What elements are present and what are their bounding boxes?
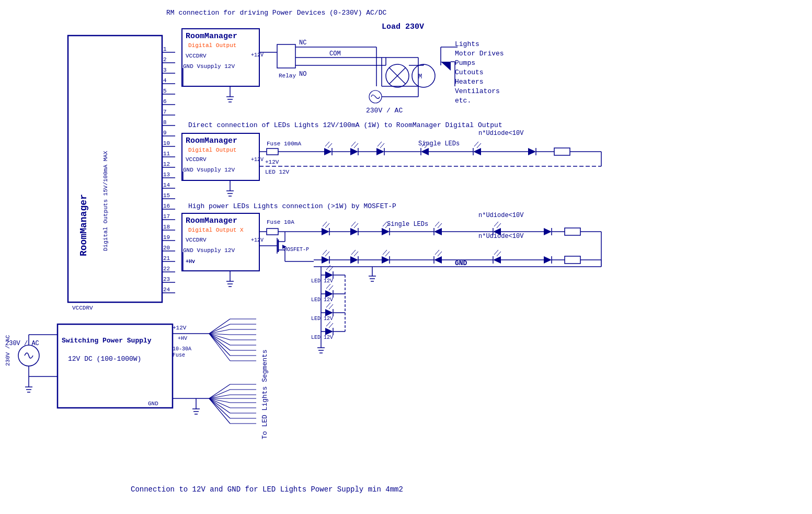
cutouts-label: Cutouts <box>455 68 484 76</box>
led12v-3: LED 12V <box>311 316 333 322</box>
svg-text:16: 16 <box>163 203 170 209</box>
high-power-led-title: High power LEDs Lights connection (>1W) … <box>188 202 396 210</box>
gnd-hp-label: GND <box>455 259 467 267</box>
lights-label: Lights <box>455 40 479 48</box>
svg-text:VCCDRV: VCCDRV <box>186 237 207 243</box>
svg-text:Load 230V: Load 230V <box>382 22 424 31</box>
svg-text:5: 5 <box>163 88 167 94</box>
svg-text:LED 12V: LED 12V <box>265 169 290 175</box>
svg-text:17: 17 <box>163 213 170 220</box>
svg-text:18: 18 <box>163 224 170 230</box>
switching-ps-label: Switching Power Supply <box>62 337 152 345</box>
svg-text:2: 2 <box>163 56 167 63</box>
svg-text:230V / AC: 230V / AC <box>366 107 403 115</box>
svg-text:9: 9 <box>163 130 167 136</box>
svg-rect-238 <box>565 256 580 264</box>
svg-text:Relay: Relay <box>279 73 296 79</box>
svg-text:21: 21 <box>163 255 170 261</box>
mosfet-p-label: MOSFET-P <box>284 247 309 253</box>
pumps-label: Pumps <box>455 59 475 67</box>
svg-text:RoomManager: RoomManager <box>186 216 237 225</box>
to-led-segments-label: To LED Lights Segments <box>261 349 269 439</box>
svg-rect-157 <box>267 229 278 235</box>
single-leds-mid: Single LEDs <box>418 140 460 147</box>
svg-text:Digital Output: Digital Output <box>188 147 236 153</box>
svg-text:15: 15 <box>163 192 170 199</box>
fuse-ps-label: 10-30A <box>173 346 191 352</box>
svg-rect-57 <box>277 44 295 68</box>
svg-text:+Hv: +Hv <box>186 259 195 265</box>
svg-text:COM: COM <box>329 50 341 58</box>
svg-text:RoomManager: RoomManager <box>186 136 237 145</box>
ps-spec-label: 12V DC (100-1000W) <box>68 355 141 363</box>
svg-text:14: 14 <box>163 182 170 188</box>
digital-outputs-label: Digital Outputs 15V/100mA MAX <box>102 151 109 251</box>
led12v-2: LED 12V <box>311 297 333 303</box>
svg-text:+12V: +12V <box>265 159 279 165</box>
led12v-4: LED 12V <box>311 335 333 340</box>
svg-text:19: 19 <box>163 234 170 241</box>
plus12v-out-label: +12V <box>173 325 187 331</box>
single-leds-hp: Single LEDs <box>387 221 428 228</box>
svg-point-69 <box>412 64 435 87</box>
svg-text:3: 3 <box>163 67 167 73</box>
svg-text:23: 23 <box>163 276 170 282</box>
main-room-manager-label: RoomManager <box>78 194 89 256</box>
svg-text:GND   Vsupply 12V: GND Vsupply 12V <box>183 167 235 173</box>
svg-text:RoomManager: RoomManager <box>186 32 237 41</box>
svg-text:20: 20 <box>163 245 170 251</box>
svg-text:Digital Output: Digital Output <box>188 42 236 49</box>
etc-label: etc. <box>455 97 471 105</box>
svg-text:M: M <box>418 73 422 81</box>
gnd-ps-label: GND <box>148 401 158 407</box>
svg-text:10: 10 <box>163 140 170 146</box>
schematic-container: RM connection for driving Power Devices … <box>0 0 812 514</box>
svg-rect-137 <box>554 148 570 155</box>
svg-text:8: 8 <box>163 119 167 125</box>
svg-text:+HV: +HV <box>178 336 187 341</box>
rm-connection-title: RM connection for driving Power Devices … <box>166 9 386 17</box>
svg-text:GND   Vsupply 12V: GND Vsupply 12V <box>183 247 235 254</box>
n-udiode-top: n*Udiode<10V <box>478 130 524 137</box>
svg-rect-101 <box>267 149 278 155</box>
heaters-label: Heaters <box>455 78 484 86</box>
svg-text:Digital Output X: Digital Output X <box>188 227 244 233</box>
fuse-10a-label: Fuse 10A <box>267 219 294 225</box>
motor-drives-label: Motor Drives <box>455 50 504 58</box>
svg-text:22: 22 <box>163 266 170 272</box>
svg-text:+12V: +12V <box>251 52 264 58</box>
svg-text:12: 12 <box>163 161 170 167</box>
svg-text:+12V: +12V <box>251 237 264 243</box>
bottom-note: Connection to 12V and GND for LED Lights… <box>131 485 403 494</box>
led12v-1: LED 12V <box>311 278 333 284</box>
svg-text:GND   Vsupply 12V: GND Vsupply 12V <box>183 63 235 70</box>
svg-text:NC: NC <box>299 39 306 47</box>
svg-text:24: 24 <box>163 287 170 293</box>
n-udiode-hp1: n*Udiode<10V <box>478 212 524 219</box>
svg-text:230V / AC: 230V / AC <box>5 335 11 366</box>
svg-text:6: 6 <box>163 98 167 105</box>
svg-text:VCCDRV: VCCDRV <box>186 53 207 59</box>
ventilators-label: Ventilators <box>455 87 500 95</box>
svg-text:+12V: +12V <box>251 157 264 163</box>
n-udiode-hp2: n*Udiode<10V <box>478 233 524 240</box>
fuse-100ma-label: Fuse 100mA <box>267 141 301 147</box>
svg-rect-202 <box>565 228 580 235</box>
svg-text:13: 13 <box>163 172 170 178</box>
svg-text:11: 11 <box>163 151 170 157</box>
svg-text:4: 4 <box>163 77 167 84</box>
vccdrv-main-label: VCCDRV <box>72 305 93 311</box>
svg-text:1: 1 <box>163 46 167 52</box>
svg-rect-1 <box>68 36 162 302</box>
svg-text:VCCDRV: VCCDRV <box>186 156 207 163</box>
svg-text:Fuse: Fuse <box>173 352 185 358</box>
svg-text:NO: NO <box>299 71 306 78</box>
led-direct-title: Direct connection of LEDs Lights 12V/100… <box>188 121 502 129</box>
svg-text:7: 7 <box>163 109 167 115</box>
